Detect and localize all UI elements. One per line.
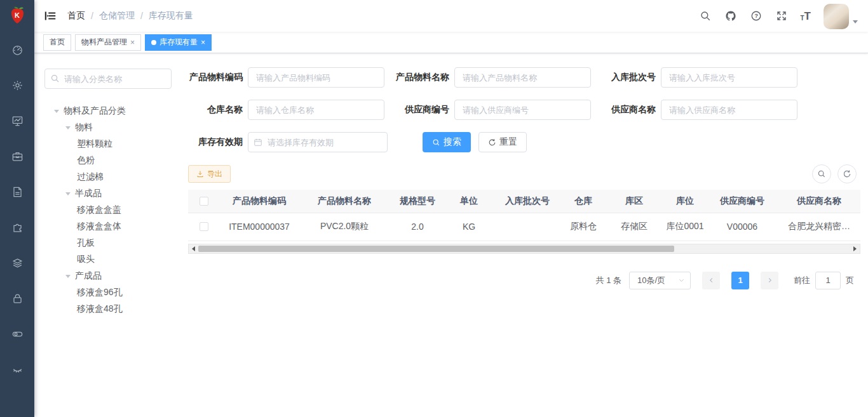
caret-down-icon[interactable] xyxy=(65,126,71,129)
app-logo[interactable]: K xyxy=(0,0,34,32)
help-button[interactable]: ? xyxy=(750,10,763,22)
tree-node[interactable]: 物料 xyxy=(44,119,175,136)
vendor-name-label: 供应商名称 xyxy=(601,104,661,116)
header-search-button[interactable] xyxy=(699,10,712,22)
sidebar-item-layers[interactable] xyxy=(0,245,34,281)
monitor-chart-icon xyxy=(11,115,24,127)
tab-label: 库存现有量 xyxy=(159,37,198,48)
sidebar-collapse-button[interactable] xyxy=(43,9,57,23)
tab-home[interactable]: 首页 xyxy=(43,34,71,51)
tree-node-label: 色粉 xyxy=(77,155,95,166)
tree-node-label: 移液盒96孔 xyxy=(77,287,123,298)
scroll-left-arrow[interactable] xyxy=(189,244,198,253)
item-name-input[interactable] xyxy=(454,67,591,88)
tags-view-bar: 首页 物料产品管理 × 库存现有量 × xyxy=(34,32,868,53)
tree-node[interactable]: 移液盒48孔 xyxy=(44,301,175,317)
tree-node[interactable]: 色粉 xyxy=(44,152,175,169)
tree-node-label: 吸头 xyxy=(77,254,95,265)
hamburger-icon xyxy=(43,9,57,23)
breadcrumb-separator: / xyxy=(91,11,93,21)
caret-down-icon[interactable] xyxy=(54,110,59,113)
page-number-1[interactable]: 1 xyxy=(731,272,749,289)
filter-expiry: 库存有效期 xyxy=(188,132,407,152)
refresh-icon xyxy=(843,169,851,178)
sidebar-item-dashboard[interactable] xyxy=(0,32,34,67)
caret-down-icon[interactable] xyxy=(65,192,71,195)
search-button[interactable]: 搜索 xyxy=(423,132,471,152)
tree-node-label: 塑料颗粒 xyxy=(77,138,112,150)
tab-close-icon[interactable]: × xyxy=(130,39,135,46)
vendor-name-input[interactable] xyxy=(661,100,797,120)
tree-node[interactable]: 移液盒盒体 xyxy=(44,218,175,235)
main-column: 首页 / 仓储管理 / 库存现有量 ? xyxy=(34,0,868,417)
tree-node[interactable]: 物料及产品分类 xyxy=(44,103,175,119)
tree-node[interactable]: 移液盒96孔 xyxy=(44,284,175,301)
avatar[interactable] xyxy=(824,4,849,29)
breadcrumb: 首页 / 仓储管理 / 库存现有量 xyxy=(67,10,193,22)
scrollbar-thumb[interactable] xyxy=(198,246,674,252)
tree-node-label: 移液盒48孔 xyxy=(77,303,123,315)
lock-icon xyxy=(11,293,24,305)
scroll-right-arrow[interactable] xyxy=(850,244,860,253)
tree-node[interactable]: 塑料颗粒 xyxy=(44,136,175,152)
category-tree-panel: 物料及产品分类 物料 塑料颗粒 色粉 过滤棉 半成品 移液盒盒盖 移液盒盒体 孔… xyxy=(34,53,182,417)
tree-node-label: 孔板 xyxy=(77,237,95,249)
tree-node[interactable]: 半成品 xyxy=(44,185,175,202)
page-size-value: 10条/页 xyxy=(637,275,665,286)
tab-close-icon[interactable]: × xyxy=(201,39,205,46)
tree-node[interactable]: 过滤棉 xyxy=(44,169,175,185)
row-checkbox[interactable] xyxy=(200,222,208,231)
tree-node-label: 移液盒盒盖 xyxy=(77,204,121,216)
github-link-button[interactable] xyxy=(724,10,737,22)
export-button[interactable]: 导出 xyxy=(188,165,231,183)
page-size-select[interactable]: 10条/页 xyxy=(629,272,691,289)
font-size-button[interactable]: TT xyxy=(801,11,811,22)
sidebar-item-settings[interactable] xyxy=(0,67,34,103)
expiry-date-input[interactable] xyxy=(248,132,388,152)
chevron-down-icon xyxy=(678,277,685,284)
fullscreen-button[interactable] xyxy=(775,10,788,22)
next-page-button[interactable] xyxy=(761,272,778,289)
goto-page-input[interactable] xyxy=(815,272,841,289)
breadcrumb-home[interactable]: 首页 xyxy=(67,10,85,22)
user-menu[interactable] xyxy=(824,3,858,29)
tree-node[interactable]: 孔板 xyxy=(44,235,175,251)
reset-button[interactable]: 重置 xyxy=(478,132,527,152)
sidebar-item-monitor[interactable] xyxy=(0,103,34,138)
search-icon xyxy=(50,74,60,83)
tab-material-product-mgmt[interactable]: 物料产品管理 × xyxy=(75,34,141,51)
col-vendor-code: 供应商编号 xyxy=(707,190,778,213)
sidebar-item-toggle[interactable] xyxy=(0,316,34,352)
tree-node[interactable]: 移液盒盒盖 xyxy=(44,202,175,218)
vendor-code-input[interactable] xyxy=(454,100,591,120)
breadcrumb-separator: / xyxy=(140,11,143,21)
item-code-input[interactable] xyxy=(248,67,384,88)
scrollbar-track[interactable] xyxy=(198,245,850,253)
refresh-table-button[interactable] xyxy=(837,164,857,183)
category-search-input[interactable] xyxy=(44,69,172,89)
sidebar-item-eye-closed[interactable] xyxy=(0,352,34,387)
sidebar-item-document[interactable] xyxy=(0,174,34,209)
table-row[interactable]: ITEM00000037 PVC2.0颗粒 2.0 KG 原料仓 存储区 库位0… xyxy=(188,213,860,241)
horizontal-scrollbar[interactable] xyxy=(188,244,860,254)
warehouse-input[interactable] xyxy=(248,100,384,120)
toggle-search-button[interactable] xyxy=(812,164,831,183)
prev-page-button[interactable] xyxy=(702,272,720,289)
font-size-large-glyph: T xyxy=(804,11,811,22)
toggle-icon xyxy=(11,328,24,340)
breadcrumb-current-page: 库存现有量 xyxy=(149,10,193,22)
sidebar-item-puzzle[interactable] xyxy=(0,209,34,245)
pagination: 共 1 条 10条/页 1 前往 页 xyxy=(188,272,858,289)
batch-no-input[interactable] xyxy=(661,67,797,88)
tab-inventory-on-hand[interactable]: 库存现有量 × xyxy=(145,34,212,51)
category-tree: 物料及产品分类 物料 塑料颗粒 色粉 过滤棉 半成品 移液盒盒盖 移液盒盒体 孔… xyxy=(44,103,175,317)
tree-node[interactable]: 吸头 xyxy=(44,251,175,268)
tree-node-label: 移液盒盒体 xyxy=(77,221,121,232)
sidebar-item-briefcase[interactable] xyxy=(0,138,34,174)
select-all-checkbox[interactable] xyxy=(200,197,208,206)
sidebar-item-lock[interactable] xyxy=(0,281,34,316)
tree-node[interactable]: 产成品 xyxy=(44,268,175,284)
sidebar-rail: K xyxy=(0,0,34,417)
caret-down-icon[interactable] xyxy=(65,275,71,278)
app-root: K xyxy=(0,0,868,417)
